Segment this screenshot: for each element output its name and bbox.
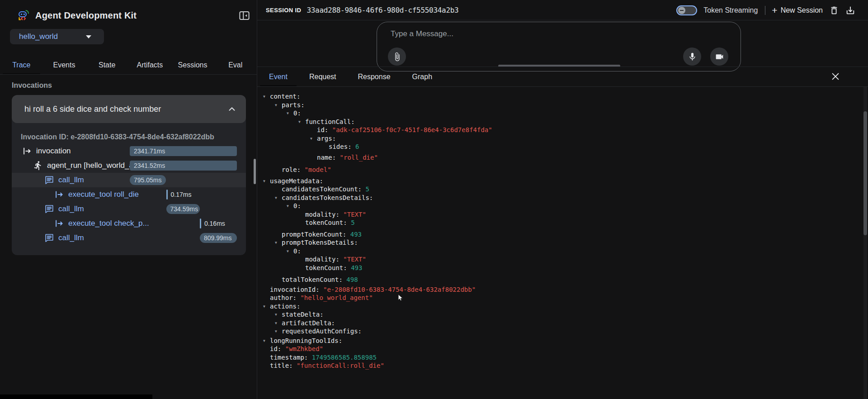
json-collapse-arrow-icon[interactable]: ▼ [263, 303, 265, 311]
json-collapse-arrow-icon[interactable]: ▼ [263, 93, 265, 101]
tab-artifacts[interactable]: Artifacts [128, 56, 171, 74]
mic-button[interactable] [683, 48, 701, 66]
json-key: author: [270, 294, 297, 301]
left-scrollbar-thumb[interactable] [254, 159, 256, 184]
json-key: timestamp: [270, 354, 308, 361]
chat-icon [44, 233, 54, 243]
agent-select[interactable]: hello_world [10, 29, 104, 44]
invocation-card-title: hi roll a 6 side dice and check number [24, 104, 226, 114]
controls-separator [765, 6, 765, 15]
close-details-button[interactable] [829, 70, 842, 83]
tab-eval[interactable]: Eval [214, 56, 257, 74]
main-content: SESSION ID 33aad288-9846-46f6-980d-cf555… [257, 0, 868, 399]
json-value: 493 [347, 264, 363, 271]
json-value: 493 [346, 231, 362, 238]
chevron-up-icon[interactable] [226, 103, 238, 115]
tab-trace[interactable]: Trace [0, 56, 43, 74]
json-key: 0: [293, 247, 301, 255]
adk-app-window: Agent Development Kit hello_world TraceE… [0, 0, 868, 399]
tab-event[interactable]: Event [258, 67, 298, 86]
plus-icon: + [772, 6, 777, 15]
trace-row[interactable]: call_llm795.05ms [12, 173, 246, 187]
json-line: author: "hello_world_agent" [257, 294, 863, 302]
trace-row[interactable]: invocation2341.71ms [12, 144, 246, 158]
json-value: 6 [352, 143, 359, 150]
json-line: ▼args: [257, 134, 863, 143]
json-line: ▼requestedAuthConfigs: [257, 327, 863, 336]
json-collapse-arrow-icon[interactable]: ▼ [275, 311, 277, 319]
json-collapse-arrow-icon[interactable]: ▼ [263, 177, 265, 186]
json-line: ▼parts: [257, 101, 863, 109]
json-line: ▼content: [257, 92, 863, 101]
trace-row[interactable]: agent_run [hello_world_agent]2341.52ms [12, 158, 246, 173]
tabbar-divider [0, 74, 257, 75]
trace-row[interactable]: execute_tool check_p...0.16ms [12, 216, 246, 231]
export-session-button[interactable] [845, 5, 855, 15]
trace-span-duration: 0.17ms [171, 190, 192, 200]
trace-span-bar: 2341.71ms [130, 146, 237, 156]
json-collapse-arrow-icon[interactable]: ▼ [263, 337, 265, 346]
token-streaming-label: Token Streaming [703, 6, 758, 14]
json-key: content: [270, 93, 300, 100]
video-button[interactable] [710, 48, 728, 66]
json-key: tokenCount: [305, 219, 347, 226]
runner-icon [33, 161, 43, 171]
attach-file-button[interactable] [388, 48, 406, 66]
tab-response[interactable]: Response [347, 67, 401, 86]
json-value: "TEXT" [340, 211, 366, 218]
mic-icon [688, 52, 697, 62]
session-id-label: SESSION ID [266, 7, 301, 14]
start-arrow-icon [54, 218, 64, 228]
json-value: "hello_world_agent" [297, 294, 373, 301]
trace-span-bar: 795.05ms [130, 175, 166, 185]
tab-state[interactable]: State [85, 56, 128, 74]
json-key: totalTokenCount: [282, 276, 343, 283]
tab-label: Graph [412, 73, 432, 81]
token-streaming-toggle[interactable] [676, 5, 697, 15]
json-collapse-arrow-icon[interactable]: ▼ [275, 328, 277, 336]
delete-session-button[interactable] [829, 5, 839, 15]
collapse-panel-button[interactable] [238, 10, 250, 22]
json-value: "functionCall:roll_die" [293, 362, 384, 369]
tab-request[interactable]: Request [298, 67, 347, 86]
tab-graph[interactable]: Graph [401, 67, 443, 86]
trace-row[interactable]: call_llm809.99ms [12, 231, 246, 245]
json-key: usageMetadata: [270, 177, 323, 185]
new-session-button[interactable]: + New Session [772, 6, 823, 15]
json-collapse-arrow-icon[interactable]: ▼ [275, 239, 277, 247]
tab-sessions[interactable]: Sessions [171, 56, 214, 74]
trace-row[interactable]: call_llm734.59ms [12, 202, 246, 216]
chat-icon [44, 204, 54, 214]
json-key: invocationId: [270, 286, 320, 293]
json-key: modality: [305, 211, 340, 218]
json-line: ▼actions: [257, 302, 863, 311]
json-collapse-arrow-icon[interactable]: ▼ [287, 247, 289, 256]
tab-label: State [99, 61, 115, 69]
trace-span-tick [166, 190, 168, 200]
trace-row[interactable]: execute_tool roll_die0.17ms [12, 187, 246, 202]
json-collapse-arrow-icon[interactable]: ▼ [298, 118, 301, 127]
json-key: sides: [329, 143, 352, 150]
invocation-card[interactable]: hi roll a 6 side dice and check number [12, 95, 246, 123]
json-line: ▼candidatesTokensDetails: [257, 194, 863, 202]
json-value: "roll_die" [336, 154, 378, 161]
invocations-label: Invocations [12, 81, 52, 90]
json-collapse-arrow-icon[interactable]: ▼ [287, 202, 289, 211]
right-scrollbar-thumb[interactable] [863, 111, 867, 235]
trace-rows: invocation2341.71msagent_run [hello_worl… [12, 144, 246, 245]
json-key: 0: [293, 202, 301, 209]
json-value: "wmZhkbed" [281, 345, 323, 352]
tab-events[interactable]: Events [43, 56, 86, 74]
json-line: ▼promptTokensDetails: [257, 238, 863, 247]
trace-span-label: invocation [36, 147, 71, 156]
json-collapse-arrow-icon[interactable]: ▼ [310, 135, 312, 143]
start-arrow-icon [54, 190, 64, 200]
json-collapse-arrow-icon[interactable]: ▼ [275, 319, 277, 328]
trace-panel: Invocation ID: e-2808fd10-6383-4754-8de4… [12, 118, 246, 255]
json-collapse-arrow-icon[interactable]: ▼ [275, 101, 277, 110]
json-collapse-arrow-icon[interactable]: ▼ [287, 109, 289, 118]
message-input[interactable]: Type a Message... [377, 22, 741, 71]
message-placeholder: Type a Message... [391, 29, 453, 38]
json-collapse-arrow-icon[interactable]: ▼ [275, 194, 277, 203]
json-key: role: [282, 166, 301, 173]
